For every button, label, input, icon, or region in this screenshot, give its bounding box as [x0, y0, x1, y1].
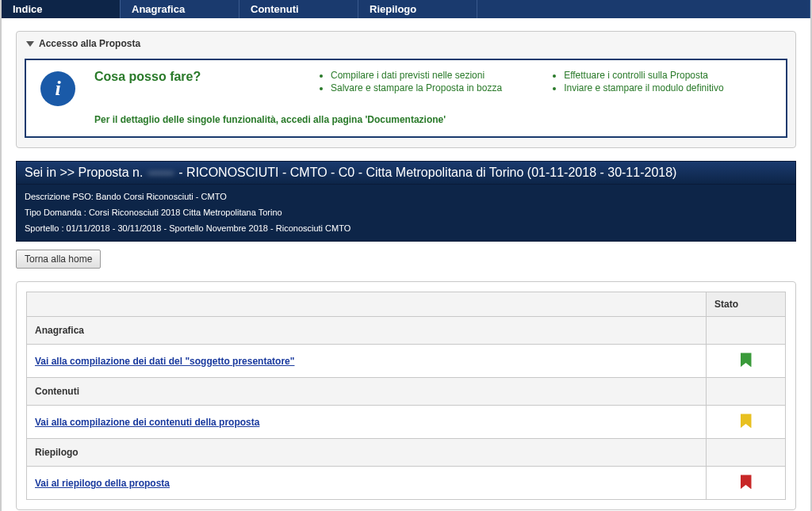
section-title: Anagrafica	[27, 317, 707, 345]
home-button[interactable]: Torna alla home	[16, 250, 101, 269]
access-panel: Accesso alla Proposta i Cosa posso fare?…	[16, 31, 796, 148]
tab-riepilogo[interactable]: Riepilogo	[358, 0, 477, 18]
section-stato-empty	[707, 439, 786, 467]
tab-contenuti[interactable]: Contenuti	[239, 0, 358, 18]
breadcrumb-prefix: Sei in >> Proposta n.	[25, 166, 143, 179]
section-title: Riepilogo	[27, 439, 707, 467]
table-row: Vai al riepilogo della proposta	[27, 467, 786, 500]
help-item: Effettuare i controlli sulla Proposta	[564, 70, 723, 81]
help-item: Salvare e stampare la Proposta in bozza	[331, 82, 502, 93]
help-item: Inviare e stampare il modulo definitivo	[564, 82, 723, 93]
tab-indice[interactable]: Indice	[2, 0, 121, 18]
col-header-stato: Stato	[707, 292, 786, 317]
link-riepilogo[interactable]: Vai al riepilogo della proposta	[35, 478, 170, 489]
section-contenuti: Contenuti	[27, 378, 786, 406]
help-list-2: Effettuare i controlli sulla Proposta In…	[550, 70, 723, 95]
section-stato-empty	[707, 317, 786, 345]
help-footer: Per il dettaglio delle singole funzional…	[94, 114, 772, 125]
flag-red-icon	[741, 475, 752, 489]
table-row: Vai alla compilazione dei dati del "sogg…	[27, 345, 786, 378]
table-row: Vai alla compilazione dei contenuti dell…	[27, 406, 786, 439]
index-panel: Stato Anagrafica Vai alla compilazione d…	[16, 281, 796, 510]
flag-yellow-icon	[741, 414, 752, 428]
breadcrumb-rest: - RICONOSCIUTI - CMTO - C0 - Citta Metro…	[178, 166, 676, 179]
help-title: Cosa posso fare?	[94, 70, 269, 84]
section-title: Contenuti	[27, 378, 707, 406]
section-anagrafica: Anagrafica	[27, 317, 786, 345]
tab-spacer	[477, 0, 810, 18]
chevron-down-icon	[26, 41, 34, 47]
access-panel-title: Accesso alla Proposta	[39, 38, 140, 49]
col-header-empty	[27, 292, 707, 317]
help-item: Compilare i dati previsti nelle sezioni	[331, 70, 502, 81]
help-box: i Cosa posso fare? Compilare i dati prev…	[25, 59, 787, 138]
tab-anagrafica[interactable]: Anagrafica	[121, 0, 239, 18]
access-panel-header[interactable]: Accesso alla Proposta	[17, 32, 795, 55]
meta-line-sportello: Sportello : 01/11/2018 - 30/11/2018 - Sp…	[25, 221, 787, 237]
info-icon: i	[40, 71, 75, 106]
index-table: Stato Anagrafica Vai alla compilazione d…	[26, 292, 786, 500]
meta-line-tipo: Tipo Domanda : Corsi Riconosciuti 2018 C…	[25, 205, 787, 221]
section-riepilogo: Riepilogo	[27, 439, 786, 467]
breadcrumb: Sei in >> Proposta n. —— - RICONOSCIUTI …	[16, 161, 796, 185]
section-stato-empty	[707, 378, 786, 406]
flag-green-icon	[741, 353, 752, 367]
meta-line-pso: Descrizione PSO: Bando Corsi Riconosciut…	[25, 189, 787, 205]
help-list-1: Compilare i dati previsti nelle sezioni …	[316, 70, 502, 95]
breadcrumb-number: ——	[147, 166, 175, 180]
top-tabs: Indice Anagrafica Contenuti Riepilogo	[2, 0, 810, 18]
link-anagrafica[interactable]: Vai alla compilazione dei dati del "sogg…	[35, 356, 294, 367]
meta-box: Descrizione PSO: Bando Corsi Riconosciut…	[16, 185, 796, 242]
link-contenuti[interactable]: Vai alla compilazione dei contenuti dell…	[35, 417, 259, 428]
